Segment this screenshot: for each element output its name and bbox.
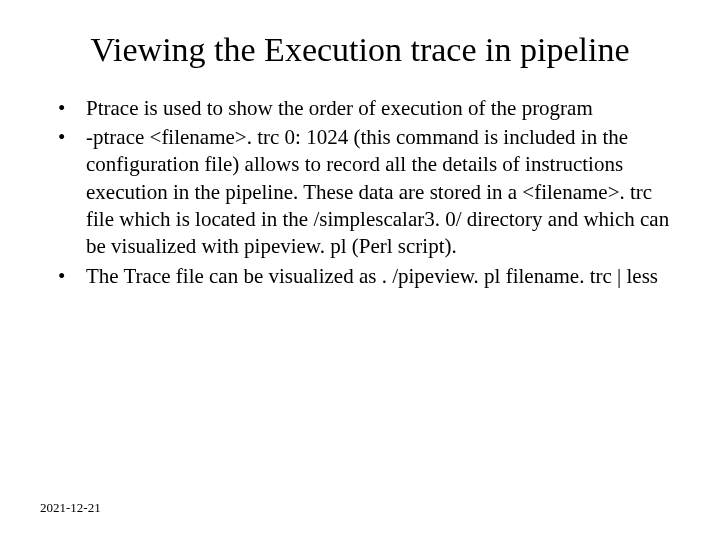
bullet-list: Ptrace is used to show the order of exec…	[40, 95, 680, 290]
footer-date: 2021-12-21	[40, 500, 101, 516]
list-item: -ptrace <filename>. trc 0: 1024 (this co…	[40, 124, 680, 260]
list-item: The Trace file can be visualized as . /p…	[40, 263, 680, 290]
list-item: Ptrace is used to show the order of exec…	[40, 95, 680, 122]
slide-title: Viewing the Execution trace in pipeline	[40, 30, 680, 71]
